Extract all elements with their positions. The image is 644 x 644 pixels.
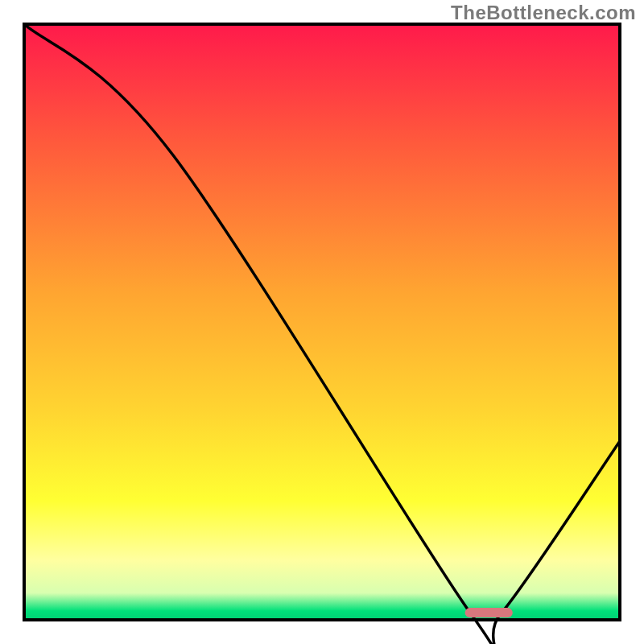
highlight-pill — [465, 608, 513, 617]
chart-frame: TheBottleneck.com — [0, 0, 644, 644]
plot-background — [24, 24, 620, 620]
watermark-text: TheBottleneck.com — [451, 2, 636, 24]
bottleneck-chart — [0, 0, 644, 644]
